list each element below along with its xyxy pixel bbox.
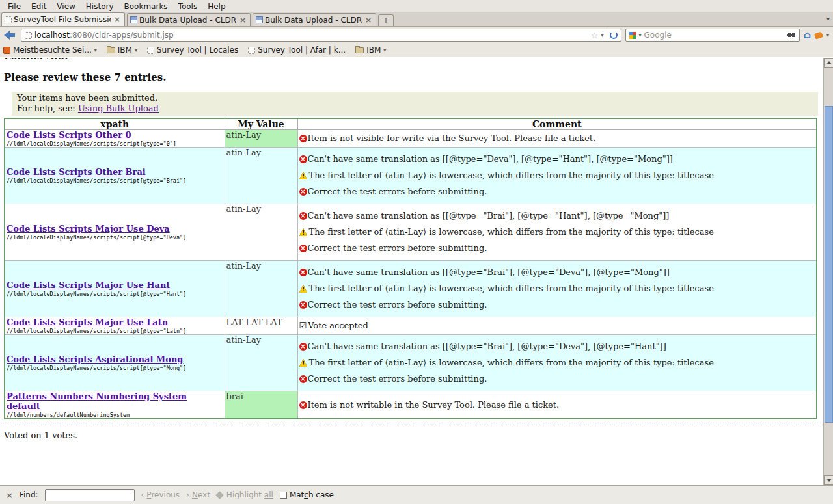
scroll-down-button[interactable] xyxy=(824,475,833,485)
search-engine-chevron-icon[interactable]: ▾ xyxy=(639,33,642,38)
tab-title: Bulk Data Upload - CLDR - Un... xyxy=(265,16,362,25)
url-bar[interactable]: localhost:8080/cldr-apps/submit.jsp ☆ ▾ xyxy=(21,29,621,42)
xpath-string: //ldml/localeDisplayNames/scripts/script… xyxy=(7,328,223,334)
comment-line: ×Correct the test errors before submitti… xyxy=(299,374,815,384)
divider xyxy=(607,30,607,40)
submission-notice: Your items have been submitted. For help… xyxy=(12,92,818,116)
xpath-link[interactable]: Patterns Numbers Numbering System defaul… xyxy=(7,391,187,411)
xpath-link[interactable]: Code Lists Scripts Other 0 xyxy=(7,130,131,140)
comment-line: ×Correct the test errors before submitti… xyxy=(299,187,815,197)
scroll-up-button[interactable] xyxy=(824,58,833,68)
xpath-link[interactable]: Code Lists Scripts Major Use Latn xyxy=(7,317,168,327)
find-close-icon[interactable]: × xyxy=(6,490,13,500)
comment-text: The first letter of ⟨atin-Lay⟩ is lowerc… xyxy=(309,170,714,181)
next-arrow-icon: › xyxy=(186,490,189,499)
menu-view[interactable]: View xyxy=(51,1,80,12)
value-cell: atin-Lay xyxy=(225,148,297,204)
tab-1[interactable]: SurveyTool File Submission | ...× xyxy=(1,12,125,26)
tab-close-icon[interactable]: × xyxy=(364,16,373,25)
tab-close-icon[interactable]: × xyxy=(238,16,247,25)
table-row: Code Lists Scripts Major Use Latn//ldml/… xyxy=(5,317,817,335)
bookmark-star-icon[interactable]: ☆ xyxy=(591,31,599,40)
xpath-link[interactable]: Code Lists Scripts Major Use Hant xyxy=(7,280,170,290)
tab-3[interactable]: Bulk Data Upload - CLDR - Un...× xyxy=(253,13,376,26)
vertical-scrollbar[interactable] xyxy=(823,58,833,485)
binoculars-search-icon[interactable] xyxy=(787,32,796,38)
home-icon[interactable]: ⌂ xyxy=(804,31,811,40)
find-previous-button[interactable]: ‹Previous xyxy=(141,490,180,499)
cldr-favicon xyxy=(130,16,137,23)
table-row: Code Lists Scripts Other Brai//ldml/loca… xyxy=(5,148,817,204)
find-next-button[interactable]: ›Next xyxy=(186,490,210,499)
highlight-all-button[interactable]: Highlight all xyxy=(217,490,273,499)
back-button[interactable] xyxy=(4,30,17,40)
chevron-down-icon: ▾ xyxy=(94,47,97,53)
tab-2[interactable]: Bulk Data Upload - CLDR - Un...× xyxy=(127,13,251,26)
menu-edit[interactable]: Edit xyxy=(26,1,51,12)
find-input[interactable] xyxy=(45,489,135,501)
search-placeholder: Google xyxy=(644,31,784,40)
bookmark-survey-tool-afar-k[interactable]: Survey Tool | Afar | k... xyxy=(248,46,346,55)
bookmark-ibm[interactable]: IBM▾ xyxy=(355,46,386,55)
xpath-link[interactable]: Code Lists Scripts Other Brai xyxy=(7,167,146,177)
menu-bookmarks[interactable]: Bookmarks xyxy=(119,1,173,12)
warning-mark: ! xyxy=(299,230,308,237)
find-next-label: Next xyxy=(192,490,210,499)
comment-text: Can't have same translation as [[@type="… xyxy=(308,211,670,221)
google-engine-icon[interactable] xyxy=(629,32,636,39)
list-all-tabs-chevron-icon[interactable]: ▾ xyxy=(826,15,830,22)
tabs-holder: SurveyTool File Submission | ...×Bulk Da… xyxy=(1,12,378,26)
error-icon: × xyxy=(299,245,307,252)
comment-line: ☑Vote accepted xyxy=(299,321,815,331)
comment-cell: ×Can't have same translation as [[@type=… xyxy=(297,335,817,391)
new-tab-button[interactable]: + xyxy=(378,14,394,26)
chevron-down-icon: ▾ xyxy=(383,47,386,53)
table-row: Code Lists Scripts Major Use Hant//ldml/… xyxy=(5,261,817,317)
scrollbar-thumb[interactable] xyxy=(825,106,833,423)
tab-bar: SurveyTool File Submission | ...×Bulk Da… xyxy=(0,12,833,27)
menu-tools[interactable]: Tools xyxy=(173,1,203,12)
xpath-link[interactable]: Code Lists Scripts Aspirational Mong xyxy=(7,354,183,364)
most-visited-icon xyxy=(3,47,10,54)
warning-icon: ! xyxy=(299,172,308,180)
bookmark-survey-tool-locales[interactable]: Survey Tool | Locales xyxy=(147,46,238,55)
error-icon: × xyxy=(299,301,307,309)
match-case-checkbox[interactable] xyxy=(280,492,287,499)
clipped-heading-strip: Locale: Afar xyxy=(4,58,823,61)
comment-line: ×Can't have same translation as [[@type=… xyxy=(299,154,815,165)
menu-file[interactable]: File xyxy=(3,1,26,12)
down-arrow-icon xyxy=(826,479,832,482)
search-bar[interactable]: ▾ Google xyxy=(625,29,800,42)
menu-help[interactable]: Help xyxy=(202,1,230,12)
tab-title: SurveyTool File Submission | ... xyxy=(14,15,111,24)
error-icon: × xyxy=(299,401,307,409)
addon-icon[interactable] xyxy=(814,31,823,39)
site-favicon-placeholder xyxy=(25,32,32,39)
warning-mark: ! xyxy=(299,361,308,367)
comment-line: ×Item is not writable in the Survey Tool… xyxy=(299,400,815,410)
toolbar-overflow-chevron-icon[interactable]: ▾ xyxy=(826,33,829,38)
find-bar: × Find: ‹Previous ›Next Highlight all Ma… xyxy=(0,485,833,504)
dotted-separator xyxy=(0,425,822,425)
warning-mark: ! xyxy=(299,174,308,180)
check-icon: ☑ xyxy=(299,321,307,330)
table-row: Code Lists Scripts Aspirational Mong//ld… xyxy=(5,335,817,391)
reload-icon[interactable] xyxy=(610,31,618,39)
xpath-link[interactable]: Code Lists Scripts Major Use Deva xyxy=(7,224,170,233)
error-icon: × xyxy=(299,155,307,163)
using-bulk-upload-link[interactable]: Using Bulk Upload xyxy=(78,103,159,113)
menu-history[interactable]: History xyxy=(81,1,119,12)
table-row: Code Lists Scripts Other 0//ldml/localeD… xyxy=(5,130,817,148)
comment-line: ×Can't have same translation as [[@type=… xyxy=(299,211,815,221)
value-cell: atin-Lay xyxy=(225,204,297,261)
comment-text: Correct the test errors before submittin… xyxy=(308,374,487,384)
cldr-favicon xyxy=(256,16,263,23)
bookmark-meistbesuchte-sei[interactable]: Meistbesuchte Sei...▾ xyxy=(3,46,97,55)
tab-close-icon[interactable]: × xyxy=(113,15,122,24)
comment-text: Can't have same translation as [[@type="… xyxy=(308,267,670,278)
match-case-toggle[interactable]: Match case xyxy=(280,490,334,499)
url-dropdown-chevron-icon[interactable]: ▾ xyxy=(601,33,604,38)
bookmark-ibm[interactable]: IBM▾ xyxy=(107,46,137,55)
comment-line: ×Can't have same translation as [[@type=… xyxy=(299,341,815,352)
value-cell: atin-Lay xyxy=(225,335,297,391)
